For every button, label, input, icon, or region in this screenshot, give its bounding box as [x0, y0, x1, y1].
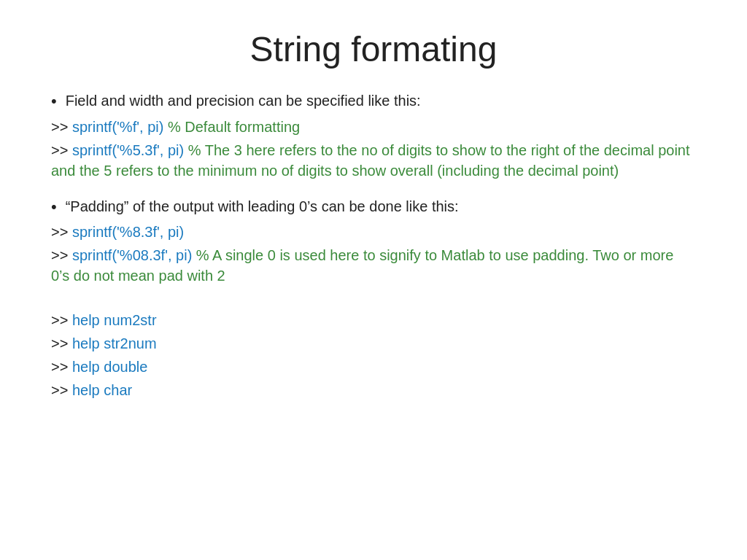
- bullet2-code-line1: >> sprintf('%8.3f', pi): [51, 222, 696, 242]
- prompt-2: >>: [51, 142, 68, 158]
- prompt-1: >>: [51, 119, 68, 135]
- bullet-dot-2: •: [51, 197, 57, 218]
- prompt-4: >>: [51, 247, 68, 263]
- help-prompt-3: >>: [51, 382, 68, 398]
- bullet-1-text: • Field and width and precision can be s…: [51, 91, 696, 112]
- help-section: >> help num2str>> help str2num>> help do…: [51, 309, 696, 401]
- bullet2-code-line2: >> sprintf('%08.3f', pi) % A single 0 is…: [51, 245, 696, 286]
- bullet-dot-1: •: [51, 91, 57, 112]
- bullet-1-content: Field and width and precision can be spe…: [66, 91, 421, 111]
- help-code-2: help double: [72, 359, 147, 375]
- bullet1-code-line1: >> sprintf('%f', pi) % Default formattin…: [51, 117, 696, 137]
- help-line-1: >> help str2num: [51, 332, 696, 354]
- comment-green-1: % Default formatting: [168, 119, 300, 135]
- code-blue-4: sprintf('%08.3f', pi): [72, 247, 192, 263]
- help-prompt-2: >>: [51, 359, 68, 375]
- help-prompt-0: >>: [51, 312, 68, 328]
- prompt-3: >>: [51, 224, 68, 240]
- help-prompt-1: >>: [51, 335, 68, 351]
- code-blue-1: sprintf('%f', pi): [72, 119, 163, 135]
- content: • Field and width and precision can be s…: [51, 91, 696, 531]
- bullet-2-text: • “Padding” of the output with leading 0…: [51, 197, 696, 218]
- help-line-0: >> help num2str: [51, 309, 696, 331]
- bullet-2-content: “Padding” of the output with leading 0’s…: [66, 197, 459, 217]
- code-blue-3: sprintf('%8.3f', pi): [72, 224, 184, 240]
- slide-title: String formating: [51, 29, 696, 69]
- slide: String formating • Field and width and p…: [0, 0, 747, 560]
- bullet1-code-line2: >> sprintf('%5.3f', pi) % The 3 here ref…: [51, 140, 696, 181]
- bullet-section-1: • Field and width and precision can be s…: [51, 91, 696, 184]
- help-code-3: help char: [72, 382, 132, 398]
- code-blue-2: sprintf('%5.3f', pi): [72, 142, 184, 158]
- help-code-0: help num2str: [72, 312, 157, 328]
- help-line-3: >> help char: [51, 379, 696, 401]
- help-line-2: >> help double: [51, 356, 696, 378]
- bullet-section-2: • “Padding” of the output with leading 0…: [51, 197, 696, 289]
- help-code-1: help str2num: [72, 335, 157, 351]
